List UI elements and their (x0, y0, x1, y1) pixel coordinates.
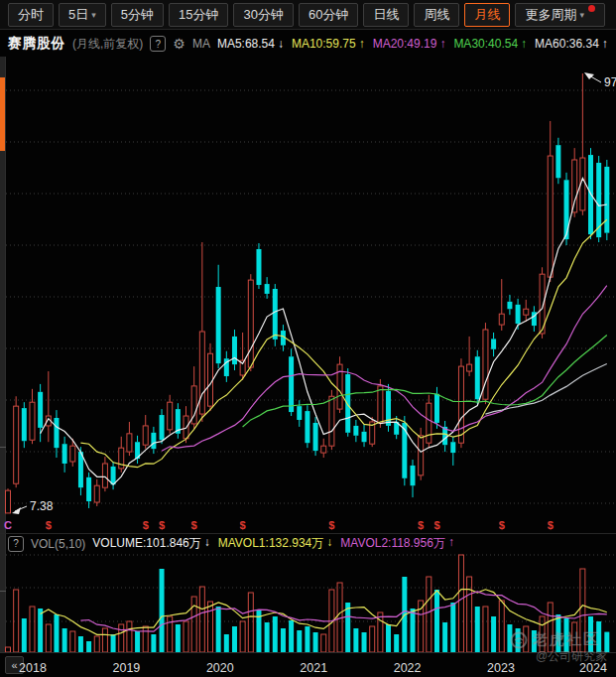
capital-event-marker[interactable]: C (4, 519, 13, 532)
tab-more-periods[interactable]: 更多周期▾ (515, 3, 605, 27)
candle (411, 466, 416, 485)
candle (70, 446, 75, 462)
volume-bar (458, 555, 463, 652)
candle (548, 156, 553, 277)
tab-weekly[interactable]: 周线 (414, 3, 459, 27)
candle (289, 356, 294, 412)
dividend-event-marker[interactable]: $ (546, 519, 554, 532)
ma-readouts: MA5:68.54↓MA10:59.75↑MA20:49.19↑MA30:40.… (217, 37, 608, 51)
candle (475, 356, 480, 399)
dividend-event-marker[interactable]: $ (432, 519, 441, 532)
volume-bar (54, 614, 59, 652)
volume-bar (265, 622, 270, 652)
dividend-event-marker[interactable]: $ (44, 519, 53, 532)
notification-dot-icon (588, 5, 595, 12)
dividend-event-marker[interactable]: $ (158, 519, 167, 532)
vol-indicator-label[interactable]: VOL(5,10) (31, 537, 85, 551)
volume-bar (580, 569, 585, 652)
candle (313, 423, 318, 451)
dividend-event-marker[interactable]: $ (238, 519, 247, 532)
candle (604, 167, 609, 233)
tab-daily[interactable]: 日线 (363, 3, 409, 27)
ma30-readout: MA30:40.54↑ (453, 37, 527, 51)
volume-bar (151, 634, 156, 652)
candle (111, 467, 116, 484)
volume-bar (22, 618, 27, 652)
candle (94, 485, 99, 502)
gear-icon[interactable]: ⚙ (173, 36, 185, 52)
candle (102, 464, 107, 487)
candle (160, 415, 165, 440)
year-label: 2023 (487, 661, 515, 675)
volume-readout: VOLUME:101.846万↓ (92, 535, 209, 552)
year-label: 2024 (579, 661, 607, 675)
year-label: 2019 (112, 661, 140, 675)
candle (499, 314, 504, 325)
chevron-down-icon: ▾ (579, 10, 584, 20)
candle (216, 287, 221, 363)
dividend-event-marker[interactable]: $ (417, 519, 426, 532)
volume-bar (313, 632, 318, 652)
tab-label: 月线 (474, 6, 500, 24)
candle (305, 411, 309, 443)
volume-bar (38, 609, 43, 652)
candle (564, 180, 569, 239)
volume-bar (370, 626, 375, 652)
volume-bar (411, 609, 416, 652)
tab-monthly[interactable]: 月线 (464, 3, 510, 27)
trend-arrow-icon: ↑ (521, 37, 527, 51)
event-marker-strip: C$$$$$$$$$$ (0, 519, 616, 534)
help-icon[interactable]: ? (150, 36, 166, 52)
volume-chart[interactable] (0, 553, 616, 652)
candle (321, 446, 326, 453)
volume-bar (119, 624, 124, 652)
volume-bar (564, 618, 569, 652)
volume-bar (184, 621, 188, 652)
volume-bar (305, 626, 309, 652)
volume-bar (548, 603, 553, 652)
volume-bar (127, 621, 132, 652)
candle (6, 490, 11, 513)
ma60-readout: MA60:36.34↑ (535, 37, 608, 51)
candle (378, 386, 383, 423)
candle (362, 432, 367, 442)
volume-bar (491, 616, 496, 652)
dividend-event-marker[interactable]: $ (327, 519, 336, 532)
candle (353, 426, 358, 436)
candle (54, 418, 59, 448)
trend-arrow-icon: ↑ (448, 535, 454, 552)
volume-bar (240, 621, 245, 652)
ma5-readout: MA5:68.54↓ (217, 37, 284, 51)
candle (265, 284, 270, 294)
candlestick-chart[interactable]: 7.3897 (0, 57, 616, 519)
candle (434, 394, 439, 423)
help-icon[interactable]: ? (8, 536, 24, 552)
mavol5-line (41, 590, 607, 635)
tab-60min[interactable]: 60分钟 (299, 3, 358, 27)
volume-bar (160, 569, 165, 652)
candle (168, 402, 173, 430)
tab-30min[interactable]: 30分钟 (233, 3, 293, 27)
tab-5day[interactable]: 5日▾ (59, 3, 106, 27)
tab-5min[interactable]: 5分钟 (111, 3, 164, 27)
candle (248, 280, 253, 367)
tab-intraday[interactable]: 分时 (8, 3, 54, 27)
dividend-event-marker[interactable]: $ (497, 519, 506, 532)
volume-bar (248, 593, 253, 652)
volume-bar (199, 587, 204, 652)
tab-15min[interactable]: 15分钟 (169, 3, 228, 27)
ma-indicator-label[interactable]: MA (192, 37, 210, 51)
price-gridlines (6, 90, 616, 503)
dividend-event-marker[interactable]: $ (189, 519, 198, 532)
volume-bar (70, 631, 75, 652)
candle (22, 408, 27, 441)
dividend-event-marker[interactable]: $ (141, 519, 150, 532)
candle (273, 289, 278, 339)
ma60-line (485, 364, 606, 415)
tab-label: 周线 (424, 6, 449, 24)
high-price-label: 97 (604, 75, 616, 89)
tab-label: 更多周期 (525, 6, 576, 24)
year-label: 2021 (300, 661, 327, 675)
volume-bar (135, 631, 140, 652)
volume-bar (555, 614, 560, 652)
